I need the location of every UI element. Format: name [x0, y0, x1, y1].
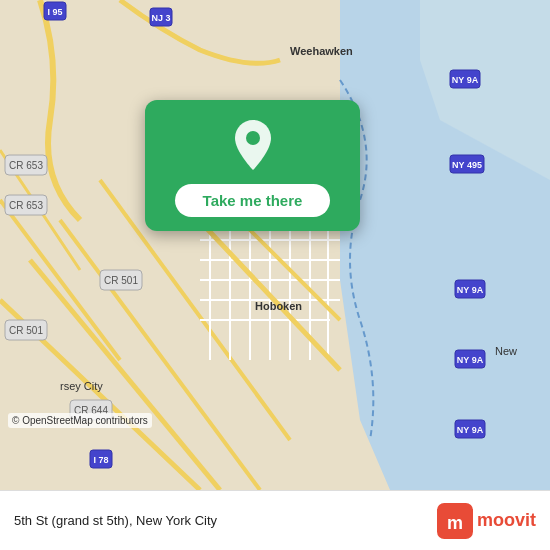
osm-credit: © OpenStreetMap contributors [8, 413, 152, 428]
address-info: 5th St (grand st 5th), New York City [14, 513, 217, 528]
svg-text:NY 9A: NY 9A [457, 355, 484, 365]
svg-text:CR 501: CR 501 [9, 325, 43, 336]
svg-text:CR 653: CR 653 [9, 160, 43, 171]
svg-text:Hoboken: Hoboken [255, 300, 302, 312]
svg-text:CR 501: CR 501 [104, 275, 138, 286]
svg-text:New: New [495, 345, 517, 357]
svg-text:NY 495: NY 495 [452, 160, 482, 170]
svg-text:m: m [447, 513, 463, 533]
take-me-there-button[interactable]: Take me there [175, 184, 331, 217]
svg-text:NJ 3: NJ 3 [151, 13, 170, 23]
svg-text:I 78: I 78 [93, 455, 108, 465]
moovit-logo: m moovit [437, 503, 536, 539]
svg-text:CR 653: CR 653 [9, 200, 43, 211]
svg-text:Weehawken: Weehawken [290, 45, 353, 57]
moovit-label: moovit [477, 510, 536, 531]
svg-text:rsey City: rsey City [60, 380, 103, 392]
location-pin-icon [226, 118, 280, 172]
moovit-icon: m [437, 503, 473, 539]
map-container[interactable]: CR 653 CR 653 CR 501 CR 644 CR 501 I 95 … [0, 0, 550, 490]
address-text: 5th St (grand st 5th), New York City [14, 513, 217, 528]
svg-text:NY 9A: NY 9A [457, 285, 484, 295]
svg-text:NY 9A: NY 9A [457, 425, 484, 435]
svg-text:NY 9A: NY 9A [452, 75, 479, 85]
svg-point-56 [246, 131, 260, 145]
bottom-bar: 5th St (grand st 5th), New York City m m… [0, 490, 550, 550]
svg-text:I 95: I 95 [47, 7, 62, 17]
popup-card: Take me there [145, 100, 360, 231]
